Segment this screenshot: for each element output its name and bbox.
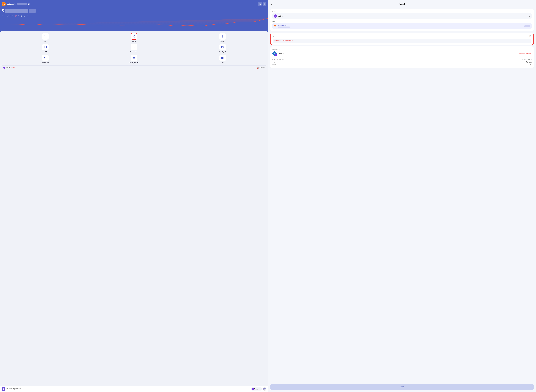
chain-selector[interactable]: ∞ Polygon ∨ <box>273 13 531 19</box>
chain-icon-8[interactable]: △ <box>23 15 24 17</box>
back-button[interactable]: ‹ <box>270 2 273 6</box>
from-account-addr-blur <box>278 27 290 28</box>
network-icon: ∞ <box>252 388 254 390</box>
chain-icon-5[interactable]: 🦑 <box>14 15 17 17</box>
token-name: USDC ▼ <box>278 53 284 55</box>
mm-account-info: MetaMask 1 ▶ <box>7 3 257 5</box>
chain-name: Polygon <box>278 15 528 17</box>
chain-card: Chain ∞ Polygon ∨ From 🦊 MetaMask 1 <box>270 9 534 31</box>
action-rabby-points[interactable]: Rabby Points <box>90 55 178 64</box>
from-account[interactable]: 🦊 MetaMask 1 <box>273 23 531 29</box>
chain-icon-polygon[interactable]: ♾ <box>2 15 3 17</box>
chain-detail-row: Chain Polygon <box>273 61 531 63</box>
swap-icon-box <box>42 33 49 40</box>
chain-detail-label: Chain <box>273 61 276 63</box>
site-info: https://docs.google.com Not connected <box>6 387 249 391</box>
mm-header: 🦊 MetaMask 1 ▶ ⧉ ⊞ <box>0 0 268 7</box>
token-details: Contract Address 0x3c49...3359 ⧉ Chain P… <box>273 57 531 65</box>
send-label: Send <box>132 40 136 42</box>
transactions-icon-box <box>131 44 137 50</box>
contract-address-label: Contract Address <box>273 59 284 61</box>
action-nft[interactable]: NFT <box>2 44 89 53</box>
chain-icon-7[interactable]: ◻ <box>20 15 22 17</box>
mm-bottom-bar: ∞ $0.58 -0.62% ⛽ 32 Gwei <box>2 65 266 70</box>
polygon-icon-small: ∞ <box>3 67 5 69</box>
balance-label: Balance: 0 <box>273 48 531 50</box>
from-account-name: MetaMask 1 <box>278 24 523 26</box>
action-swap[interactable]: Swap <box>2 33 89 42</box>
address-book-icon[interactable]: 📋 <box>529 35 531 37</box>
mm-balance-blur <box>5 9 28 13</box>
site-icon: ☰ <box>2 387 5 391</box>
send-title: Send <box>399 3 405 6</box>
mm-balance-section: $ <box>0 7 268 14</box>
dollar-sign: $ <box>2 8 4 13</box>
from-label: From <box>273 20 531 22</box>
chain-icon-eth[interactable]: Ξ <box>10 15 11 17</box>
site-url: https://docs.google.com <box>6 387 249 389</box>
price-label: Price <box>273 64 276 65</box>
polygon-price-change: -0.62% <box>10 67 15 69</box>
token-dropdown-icon[interactable]: ▼ <box>283 53 285 54</box>
swap-label: Swap <box>43 40 47 42</box>
svg-rect-9 <box>221 57 222 58</box>
action-send[interactable]: Send <box>90 33 178 42</box>
mm-actions: Swap Send Receive <box>0 31 268 386</box>
chain-chevron-icon[interactable]: › <box>266 15 266 17</box>
usdc-icon: $ ∞ <box>273 51 277 56</box>
price-row: Price $1 <box>273 64 531 65</box>
chain-icon-3[interactable]: ⬡ <box>7 15 9 17</box>
svg-rect-10 <box>223 57 224 58</box>
gas-top-up-icon-box <box>219 44 226 50</box>
copy-icon[interactable]: ⧉ <box>258 2 262 6</box>
approvals-label: Approvals <box>42 62 49 64</box>
action-more[interactable]: More <box>179 55 266 64</box>
action-transactions[interactable]: Transactions <box>90 44 178 53</box>
chain-icon-6[interactable]: © <box>18 15 19 17</box>
receive-icon-box <box>219 33 226 40</box>
actions-grid: Swap Send Receive <box>2 33 266 64</box>
chain-chevron-down-icon: ∨ <box>529 15 530 17</box>
chain-icon-b[interactable]: B <box>12 15 13 17</box>
usdc-polygon-badge: ∞ <box>275 54 277 56</box>
svg-marker-7 <box>133 57 135 59</box>
svg-rect-12 <box>223 58 224 59</box>
mm-expand-button[interactable]: ▶ <box>28 3 30 5</box>
token-row: $ ∞ USDC ▼ 你想提領的數量 <box>273 51 531 56</box>
mm-balance-extra-blur <box>29 9 36 13</box>
more-icon-box <box>219 55 226 61</box>
receive-label: Receive <box>220 40 225 42</box>
add-tab-icon[interactable]: ⊞ <box>263 2 266 6</box>
gas-icon: ⛽ <box>257 67 259 69</box>
from-avatar: 🦊 <box>274 24 277 28</box>
contract-address-copy-icon[interactable]: ⧉ <box>531 59 531 61</box>
action-approvals[interactable]: Approvals <box>2 55 89 64</box>
action-receive[interactable]: Receive <box>179 33 266 42</box>
polygon-price-value: $0.58 <box>6 67 10 69</box>
send-panel: ‹ Send Chain ∞ Polygon ∨ From 🦊 MetaMask… <box>268 0 536 392</box>
from-balance-blur <box>524 25 530 27</box>
more-label: More <box>221 62 224 64</box>
to-header: To 📋 <box>273 35 531 37</box>
token-card: Balance: 0 $ ∞ USDC ▼ 你想提領的數量 Contract A… <box>270 47 534 68</box>
send-icon-box <box>131 33 137 40</box>
rabby-points-icon-box <box>131 55 137 61</box>
account-avatar[interactable]: 🐇 <box>263 387 266 391</box>
chain-label: Chain <box>273 11 531 12</box>
chain-icon-2[interactable]: ◈ <box>5 15 6 17</box>
mm-status-bar: ☰ https://docs.google.com Not connected … <box>0 386 268 392</box>
chain-more: +3 <box>26 15 28 17</box>
site-connected: Not connected <box>6 389 249 391</box>
mm-chart <box>0 17 268 31</box>
to-address-input[interactable] <box>273 38 531 43</box>
approvals-icon-box <box>42 55 49 61</box>
network-selector[interactable]: ∞ Polygon ∨ <box>251 387 262 391</box>
action-gas-top-up[interactable]: Gas Top Up <box>179 44 266 53</box>
mm-balance-amount: $ <box>2 8 266 13</box>
rabby-points-label: Rabby Points <box>129 62 138 64</box>
price-value: $1 <box>530 64 531 65</box>
nft-label: NFT <box>44 51 47 53</box>
svg-rect-2 <box>44 46 47 48</box>
network-label: Polygon <box>254 388 259 390</box>
send-button[interactable]: Send <box>270 384 534 390</box>
